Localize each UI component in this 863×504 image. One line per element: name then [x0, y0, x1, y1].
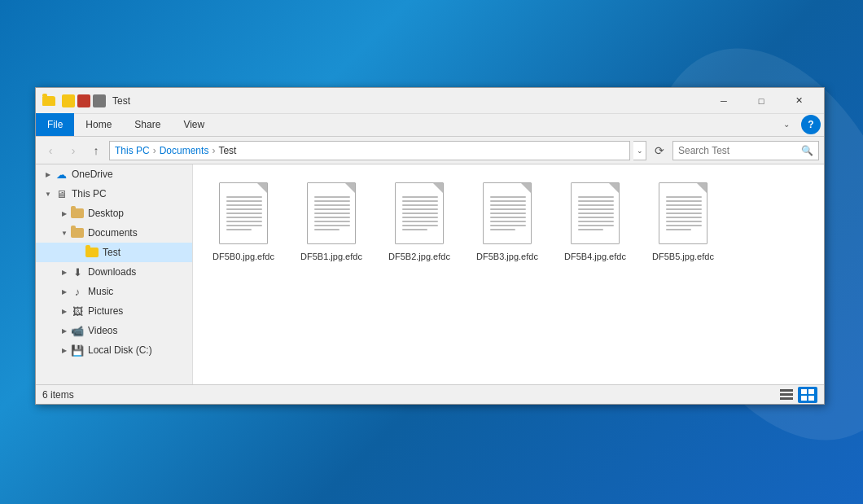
window-title: Test [112, 95, 705, 107]
title-bar: Test ─ □ ✕ [36, 88, 824, 114]
svg-rect-3 [801, 389, 807, 394]
file-icon-3 [479, 181, 536, 246]
tab-view[interactable]: View [172, 113, 216, 136]
ribbon: File Home Share View ⌄ ? [36, 114, 824, 137]
documents-folder-icon [70, 226, 85, 239]
qa-btn-2[interactable] [77, 94, 90, 107]
sidebar-item-test[interactable]: ▶ Test [36, 243, 192, 262]
tab-share[interactable]: Share [123, 113, 172, 136]
expand-arrow-downloads[interactable]: ▶ [59, 266, 70, 278]
onedrive-icon: ☁ [54, 168, 68, 181]
localdisk-icon: 💾 [70, 344, 85, 357]
tab-file[interactable]: File [36, 113, 74, 136]
expand-arrow-desktop[interactable]: ▶ [59, 208, 70, 219]
path-sep-1: › [153, 145, 156, 156]
expand-arrow-localdisk[interactable]: ▶ [59, 344, 70, 356]
sidebar-item-desktop[interactable]: ▶ Desktop [36, 204, 192, 223]
downloads-icon: ⬇ [70, 265, 85, 278]
qa-btn-1[interactable] [62, 94, 75, 107]
pc-icon: 🖥 [54, 187, 68, 200]
file-icon-0 [215, 181, 272, 246]
file-icon-1 [303, 181, 360, 246]
sidebar: ▶ ☁ OneDrive ▼ 🖥 This PC ▶ Des [36, 164, 193, 384]
file-name-5: DF5B5.jpg.efdc [652, 251, 714, 262]
file-item[interactable]: DF5B3.jpg.efdc [467, 174, 548, 269]
sidebar-item-localdisk[interactable]: ▶ 💾 Local Disk (C:) [36, 340, 192, 360]
close-button[interactable]: ✕ [780, 88, 817, 114]
address-bar: ‹ › ↑ This PC › Documents › Test ⌄ ⟳ 🔍 [36, 137, 824, 164]
svg-rect-0 [780, 389, 793, 392]
path-test[interactable]: Test [218, 145, 236, 156]
expand-arrow-onedrive[interactable]: ▶ [42, 169, 54, 180]
sidebar-label-onedrive: OneDrive [72, 169, 113, 180]
sidebar-item-videos[interactable]: ▶ 📹 Videos [36, 321, 192, 340]
test-folder-icon [85, 246, 99, 259]
address-path[interactable]: This PC › Documents › Test [109, 141, 630, 160]
file-item[interactable]: DF5B4.jpg.efdc [554, 174, 636, 269]
search-box[interactable]: 🔍 [672, 141, 819, 160]
svg-rect-4 [808, 389, 814, 394]
file-item[interactable]: DF5B5.jpg.efdc [642, 174, 724, 269]
desktop-folder-icon [70, 207, 85, 220]
file-name-4: DF5B4.jpg.efdc [564, 251, 626, 262]
svg-rect-2 [780, 397, 793, 400]
expand-arrow-thispc[interactable]: ▼ [42, 188, 54, 199]
help-button[interactable]: ? [801, 115, 821, 134]
sidebar-item-documents[interactable]: ▼ Documents [36, 223, 192, 243]
path-dropdown-button[interactable]: ⌄ [633, 141, 646, 160]
file-icon-5 [655, 181, 712, 246]
svg-rect-5 [801, 396, 807, 401]
svg-rect-1 [780, 393, 793, 396]
music-icon: ♪ [70, 285, 85, 298]
expand-arrow-music[interactable]: ▶ [59, 286, 70, 297]
path-sep-2: › [212, 145, 215, 156]
tab-home[interactable]: Home [74, 113, 123, 136]
status-bar: 6 items [36, 384, 824, 404]
view-grid-button[interactable] [798, 387, 817, 403]
path-root[interactable]: This PC [115, 145, 150, 156]
sidebar-label-localdisk: Local Disk (C:) [88, 344, 152, 356]
sidebar-item-thispc[interactable]: ▼ 🖥 This PC [36, 184, 192, 204]
sidebar-label-videos: Videos [88, 325, 117, 336]
window-controls: ─ □ ✕ [705, 88, 817, 114]
sidebar-item-onedrive[interactable]: ▶ ☁ OneDrive [36, 164, 192, 184]
ribbon-expand-btn[interactable]: ⌄ [772, 113, 801, 136]
file-icon-2 [391, 181, 448, 246]
expand-arrow-pictures[interactable]: ▶ [59, 305, 70, 317]
file-item[interactable]: DF5B2.jpg.efdc [379, 174, 460, 269]
file-icon-4 [567, 181, 624, 246]
file-item[interactable]: DF5B0.jpg.efdc [203, 174, 284, 269]
view-list-button[interactable] [777, 387, 796, 403]
file-name-1: DF5B1.jpg.efdc [300, 251, 362, 262]
view-buttons [777, 387, 817, 403]
sidebar-item-downloads[interactable]: ▶ ⬇ Downloads [36, 262, 192, 282]
sidebar-item-pictures[interactable]: ▶ 🖼 Pictures [36, 301, 192, 321]
expand-arrow-documents[interactable]: ▼ [59, 227, 70, 239]
qa-btn-3[interactable] [93, 94, 106, 107]
sidebar-item-music[interactable]: ▶ ♪ Music [36, 282, 192, 301]
file-name-0: DF5B0.jpg.efdc [212, 251, 274, 262]
ribbon-tab-bar: File Home Share View ⌄ ? [36, 114, 824, 137]
minimize-button[interactable]: ─ [705, 88, 743, 114]
videos-icon: 📹 [70, 324, 85, 337]
sidebar-label-desktop: Desktop [88, 208, 124, 219]
sidebar-label-music: Music [88, 286, 113, 297]
sidebar-label-pictures: Pictures [88, 305, 123, 317]
sidebar-label-documents: Documents [88, 227, 138, 239]
main-area: ▶ ☁ OneDrive ▼ 🖥 This PC ▶ Des [36, 164, 824, 384]
file-item[interactable]: DF5B1.jpg.efdc [291, 174, 372, 269]
forward-button[interactable]: › [64, 141, 83, 160]
sidebar-label-thispc: This PC [72, 188, 107, 199]
maximize-button[interactable]: □ [743, 88, 780, 114]
file-name-2: DF5B2.jpg.efdc [388, 251, 450, 262]
expand-arrow-videos[interactable]: ▶ [59, 325, 70, 336]
up-button[interactable]: ↑ [86, 141, 106, 160]
back-button[interactable]: ‹ [41, 141, 60, 160]
file-grid: DF5B0.jpg.efdc DF5 [193, 164, 824, 384]
path-documents[interactable]: Documents [160, 145, 209, 156]
sidebar-label-test: Test [103, 247, 120, 258]
search-icon[interactable]: 🔍 [801, 145, 813, 156]
file-name-3: DF5B3.jpg.efdc [476, 251, 538, 262]
search-input[interactable] [678, 145, 801, 156]
refresh-button[interactable]: ⟳ [650, 141, 669, 160]
